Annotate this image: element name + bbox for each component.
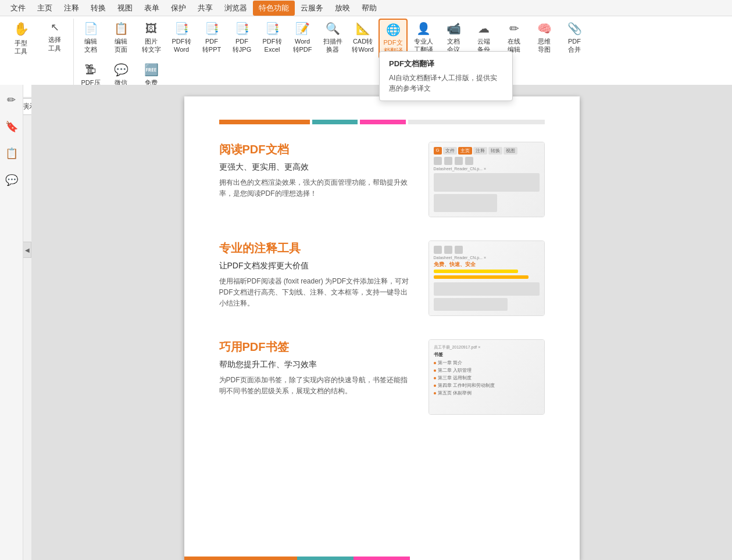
section-2-subtitle: 让PDF文档发挥更大价值 bbox=[219, 261, 411, 271]
online-edit-button[interactable]: ✏ 在线编辑 bbox=[499, 19, 529, 56]
preview-topbar-1: G 文件 主页 注释 转换 视图 bbox=[434, 147, 540, 155]
cursor-icon: ↖ bbox=[51, 21, 59, 34]
pdf-bottom-decoration bbox=[184, 557, 580, 560]
menu-item-home[interactable]: 主页 bbox=[31, 1, 58, 16]
annotation-text-2 bbox=[434, 298, 508, 311]
collapse-arrow-icon: ◀ bbox=[25, 247, 30, 253]
preview-filename-1: Datasheet_Reader_CN.p... × bbox=[434, 167, 540, 171]
human-translate-icon: 👤 bbox=[416, 21, 431, 36]
tooltip-description: AI自动文档翻译+人工排版，提供实惠的参考译文 bbox=[389, 73, 503, 94]
menu-item-present[interactable]: 放映 bbox=[329, 1, 356, 16]
menu-item-annotate[interactable]: 注释 bbox=[58, 1, 85, 16]
annotation-text-1 bbox=[434, 282, 540, 296]
mind-map-button[interactable]: 🧠 思维导图 bbox=[530, 19, 559, 56]
tooltip-title: PDF文档翻译 bbox=[389, 59, 503, 69]
pdf-section-3-preview: 员工手册_20120917.pdf × 书签 第一章 简介 第二章 入职管理 bbox=[429, 339, 545, 415]
pdf-to-ppt-button[interactable]: 📑 PDF转PPT bbox=[197, 19, 226, 56]
hand-tool-button[interactable]: ✋ 手型工具 bbox=[5, 19, 37, 58]
pdf-to-jpg-button[interactable]: 📑 PDF转JPG bbox=[227, 19, 256, 56]
annotation-preview: Datasheet_Reader_CN.p... × 免费、快速、安全 bbox=[429, 241, 544, 315]
bookmark-label-4: 第四章 工作时间和劳动制度 bbox=[438, 382, 495, 389]
sidebar-comment-icon[interactable]: 💬 bbox=[2, 171, 21, 189]
prev-text-line-2 bbox=[434, 194, 497, 213]
preview-tab-note: 注释 bbox=[473, 147, 487, 155]
cloud-backup-button[interactable]: ☁ 云端备份 bbox=[469, 19, 498, 56]
bbar-orange bbox=[184, 557, 297, 560]
meeting-icon: 📹 bbox=[447, 21, 461, 36]
edit-doc-button[interactable]: 📄 编辑文档 bbox=[76, 19, 105, 56]
main-content-area: 阅读PDF文档 更强大、更实用、更高效 拥有出色的文档渲染效果，强大的页面管理功… bbox=[31, 85, 732, 560]
bookmark-dot-2 bbox=[434, 369, 436, 372]
pdf-ppt-icon: 📑 bbox=[205, 21, 219, 36]
bar-grey bbox=[408, 120, 545, 124]
hand-icon: ✋ bbox=[13, 21, 29, 38]
menu-item-view[interactable]: 视图 bbox=[112, 1, 138, 16]
bookmark-label-1: 第一章 简介 bbox=[438, 360, 462, 366]
prev-icon-3 bbox=[455, 157, 463, 165]
doc-meeting-button[interactable]: 📹 文档会议 bbox=[439, 19, 468, 56]
menu-item-file[interactable]: 文件 bbox=[5, 1, 31, 16]
img-to-text-button[interactable]: 🖼 图片转文字 bbox=[137, 19, 166, 56]
bookmark-item-2: 第二章 入职管理 bbox=[434, 367, 540, 374]
prev-icon-2 bbox=[444, 157, 452, 165]
menu-item-protect[interactable]: 保护 bbox=[165, 1, 192, 16]
bar-orange bbox=[219, 120, 310, 124]
preview-tab-file: 文件 bbox=[443, 147, 457, 155]
section-3-subtitle: 帮助您提升工作、学习效率 bbox=[219, 360, 411, 370]
compress-icon: 🗜 bbox=[85, 62, 97, 77]
sidebar-edit-icon[interactable]: ✏ bbox=[2, 91, 21, 109]
merge-icon: 📎 bbox=[567, 21, 582, 36]
img-text-icon: 🖼 bbox=[145, 21, 157, 36]
cloud-icon: ☁ bbox=[478, 21, 490, 36]
menu-item-share[interactable]: 共享 bbox=[192, 1, 219, 16]
prev-icon-4 bbox=[465, 157, 473, 165]
bookmark-dot-1 bbox=[434, 362, 436, 364]
pdf-section-2-text: 专业的注释工具 让PDF文档发挥更大价值 使用福昕PDF阅读器 (foxit r… bbox=[219, 240, 411, 310]
scan-button[interactable]: 🔍 扫描件换器 bbox=[318, 19, 347, 56]
pdf-translate-tooltip: PDF文档翻译 AI自动文档翻译+人工排版，提供实惠的参考译文 bbox=[379, 51, 513, 101]
annotation-highlight-2 bbox=[434, 275, 529, 279]
pdf-to-excel-button[interactable]: 📑 PDF转Excel bbox=[258, 19, 287, 56]
cad-word-icon: 📐 bbox=[356, 21, 370, 36]
bookmark-preview: 员工手册_20120917.pdf × 书签 第一章 简介 第二章 入职管理 bbox=[429, 340, 544, 414]
bbar-teal bbox=[297, 557, 353, 560]
word-to-pdf-button[interactable]: 📝 Word转PDF bbox=[288, 19, 317, 56]
word-pdf-icon: 📝 bbox=[295, 21, 310, 36]
preview-tab-home: 主页 bbox=[458, 147, 472, 155]
cad-to-word-button[interactable]: 📐 CAD转转Word bbox=[348, 19, 377, 56]
menu-item-form[interactable]: 表单 bbox=[138, 1, 165, 16]
bookmark-label-2: 第二章 入职管理 bbox=[438, 367, 472, 374]
pdf-excel-icon: 📑 bbox=[265, 21, 280, 36]
pdf-jpg-icon: 📑 bbox=[235, 21, 249, 36]
sidebar-collapse-button[interactable]: ◀ bbox=[23, 242, 31, 258]
edit-page-button[interactable]: 📋 编辑页面 bbox=[106, 19, 135, 56]
menu-item-help[interactable]: 帮助 bbox=[356, 1, 383, 16]
section-1-subtitle: 更强大、更实用、更高效 bbox=[219, 162, 411, 173]
pdf-section-1: 阅读PDF文档 更强大、更实用、更高效 拥有出色的文档渲染效果，强大的页面管理功… bbox=[219, 142, 545, 217]
left-sidebar: ✏ 🔖 📋 💬 bbox=[0, 85, 23, 560]
pdf-section-2: 专业的注释工具 让PDF文档发挥更大价值 使用福昕PDF阅读器 (foxit r… bbox=[219, 240, 545, 316]
section-3-title: 巧用PDF书签 bbox=[219, 339, 411, 355]
bookmark-dot-4 bbox=[434, 385, 436, 387]
bookmark-dot-5 bbox=[434, 392, 436, 394]
bar-pink bbox=[360, 120, 405, 124]
menu-item-cloud[interactable]: 云服务 bbox=[295, 1, 329, 16]
pdf-to-word-button[interactable]: 📑 PDF转Word bbox=[167, 19, 196, 56]
menu-item-convert[interactable]: 转换 bbox=[85, 1, 112, 16]
menu-item-browser[interactable]: 浏览器 bbox=[219, 1, 253, 16]
bookmark-title: 书签 bbox=[434, 351, 540, 358]
reader-preview: G 文件 主页 注释 转换 视图 Da bbox=[429, 142, 544, 217]
bbar-pink bbox=[353, 557, 410, 560]
pdf-section-1-text: 阅读PDF文档 更强大、更实用、更高效 拥有出色的文档渲染效果，强大的页面管理功… bbox=[219, 142, 411, 199]
pdf-merge-button[interactable]: 📎 PDF合并 bbox=[560, 19, 589, 56]
pdf-viewer: 阅读PDF文档 更强大、更实用、更高效 拥有出色的文档渲染效果，强大的页面管理功… bbox=[31, 85, 732, 560]
pdf-section-1-preview: G 文件 主页 注释 转换 视图 Da bbox=[429, 142, 545, 217]
sidebar-bookmark-icon[interactable]: 🔖 bbox=[2, 117, 21, 136]
menu-bar: 文件 主页 注释 转换 视图 表单 保护 共享 浏览器 特色功能 云服务 放映 … bbox=[0, 0, 732, 16]
pdf-section-2-preview: Datasheet_Reader_CN.p... × 免费、快速、安全 bbox=[429, 240, 545, 316]
preview-tab-view: 视图 bbox=[504, 147, 517, 155]
menu-item-features[interactable]: 特色功能 bbox=[253, 1, 295, 16]
human-translate-button[interactable]: 👤 专业人工翻译 bbox=[409, 19, 438, 56]
sidebar-pages-icon[interactable]: 📋 bbox=[2, 144, 21, 163]
select-tool-button[interactable]: ↖ 选择工具 bbox=[38, 19, 71, 55]
